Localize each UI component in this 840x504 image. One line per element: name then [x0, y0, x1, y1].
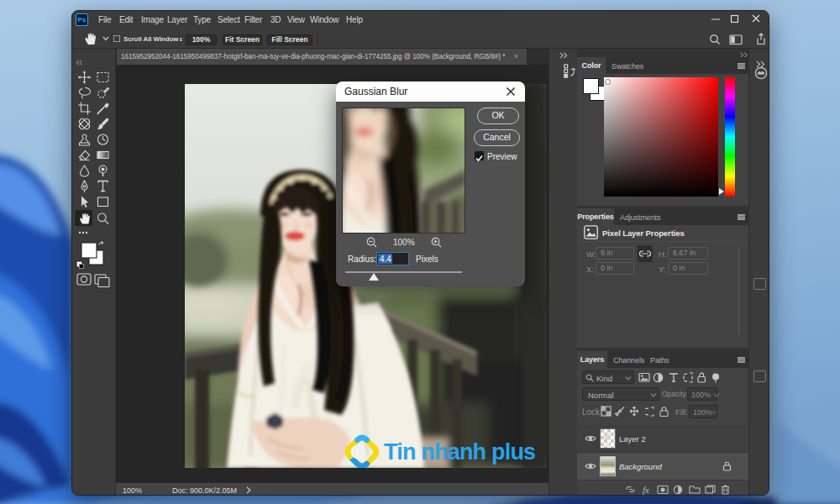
svg-text:Tin nhanh plus: Tin nhanh plus	[384, 439, 535, 465]
svg-text:fx: fx	[643, 485, 649, 495]
svg-text:T: T	[354, 447, 361, 459]
